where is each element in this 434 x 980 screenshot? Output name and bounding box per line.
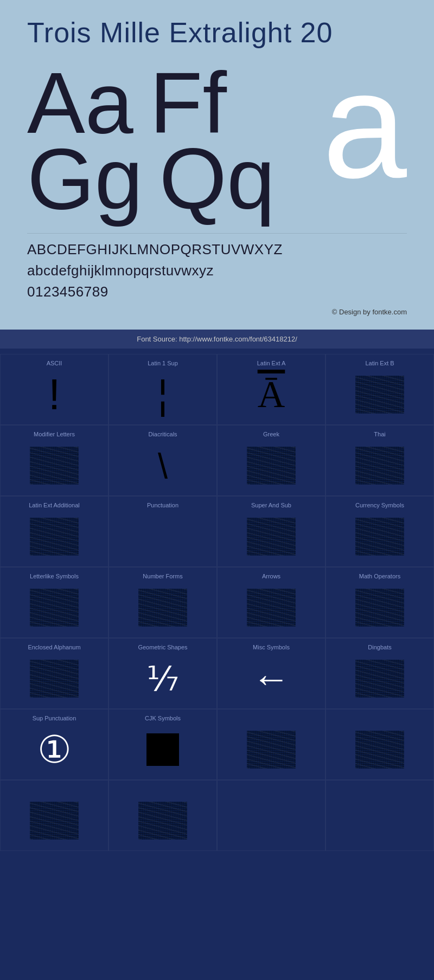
cell-enclosed: Enclosed Alphanum (0, 638, 108, 709)
cell-row6-4 (326, 709, 434, 780)
dense-grid-icon (355, 376, 404, 414)
glyph-row6-3 (220, 728, 322, 771)
glyph-greek (220, 444, 322, 487)
glyph-geometric: ⅐ (112, 657, 214, 700)
cell-super-sub: Super And Sub (217, 496, 326, 567)
glyph-misc-symbols: ← (220, 657, 322, 700)
diacrit-icon: ¦ (157, 371, 168, 418)
grid-row-5: Enclosed Alphanum Geometric Shapes ⅐ Mis… (0, 638, 434, 709)
alphabet-section: ABCDEFGHIJKLMNOPQRSTUVWXYZ abcdefghijklm… (27, 233, 407, 302)
cell-greek: Greek (217, 425, 326, 496)
dense-grid-icon (30, 518, 79, 556)
cell-latin-ext-a: Latin Ext A Ā (217, 354, 326, 425)
alphabet-upper: ABCDEFGHIJKLMNOPQRSTUVWXYZ (27, 239, 407, 260)
cell-modifier: Modifier Letters (0, 425, 108, 496)
cell-cjk: CJK Symbols (108, 709, 217, 780)
label-latin1sup: Latin 1 Sup (148, 360, 178, 369)
cell-geometric: Geometric Shapes ⅐ (108, 638, 217, 709)
cell-number-forms: Number Forms (108, 567, 217, 638)
digits: 0123456789 (27, 281, 407, 302)
font-source: Font Source: http://www.fontke.com/font/… (137, 335, 297, 343)
label-super-sub: Super And Sub (251, 502, 291, 511)
label-misc-symbols: Misc Symbols (253, 644, 290, 653)
cell-row7-3 (217, 780, 326, 851)
letter-gg: Gg (27, 136, 143, 222)
black-square-icon (146, 733, 179, 766)
glyph-super-sub (220, 515, 322, 558)
info-bar: Font Source: http://www.fontke.com/font/… (0, 330, 434, 349)
dense-grid-icon (355, 518, 404, 556)
label-sup-punct: Sup Punctuation (33, 715, 76, 724)
alphabet-lower: abcdefghijklmnopqrstuvwxyz (27, 260, 407, 281)
watermark: © Design by fontke.com (27, 308, 407, 319)
cell-arrows: Arrows (217, 567, 326, 638)
cell-row6-3 (217, 709, 326, 780)
glyph-diacriticals: \ (112, 444, 214, 487)
glyph-arrows (220, 586, 322, 629)
label-dingbats: Dingbats (368, 644, 391, 653)
label-enclosed: Enclosed Alphanum (28, 644, 80, 653)
dense-grid-icon (355, 731, 404, 769)
dense-grid-icon (355, 589, 404, 627)
cell-latin1sup: Latin 1 Sup ¦ (108, 354, 217, 425)
glyph-math-operators (329, 586, 431, 629)
cell-thai: Thai (326, 425, 434, 496)
label-number-forms: Number Forms (143, 573, 182, 582)
glyph-latin1sup: ¦ (112, 373, 214, 416)
latin-a-icon: Ā (258, 373, 285, 416)
arrow-icon: ← (252, 657, 290, 700)
glyph-dingbats (329, 657, 431, 700)
grid-row-6: Sup Punctuation ① CJK Symbols (0, 709, 434, 780)
letter-a-large: a (322, 49, 407, 201)
label-currency: Currency Symbols (355, 502, 404, 511)
label-latin-ext-add: Latin Ext Additional (29, 502, 80, 511)
dense-grid-icon (247, 731, 296, 769)
cell-diacriticals: Diacriticals \ (108, 425, 217, 496)
label-thai: Thai (374, 431, 385, 440)
letter-qq: Qq (159, 136, 275, 222)
label-letterlike: Letterlike Symbols (30, 573, 79, 582)
grid-row-2: Modifier Letters Diacriticals \ Greek Th… (0, 425, 434, 496)
fraction-icon: ⅐ (146, 659, 179, 699)
glyph-ascii: ! (3, 373, 105, 416)
glyph-row7-2 (112, 799, 214, 842)
grid-row-7 (0, 780, 434, 851)
cell-row7-4 (326, 780, 434, 851)
circled-one-icon: ① (37, 727, 72, 772)
dense-grid-icon (355, 660, 404, 698)
cell-row7-1 (0, 780, 108, 851)
label-cjk: CJK Symbols (145, 715, 181, 724)
glyph-row6-4 (329, 728, 431, 771)
dense-grid-icon (247, 518, 296, 556)
label-geometric: Geometric Shapes (138, 644, 187, 653)
cell-dingbats: Dingbats (326, 638, 434, 709)
glyph-thai (329, 444, 431, 487)
label-diacriticals: Diacriticals (148, 431, 177, 440)
label-latin-ext-a: Latin Ext A (257, 360, 286, 369)
pipe-icon: ! (48, 373, 60, 416)
cell-row7-2 (108, 780, 217, 851)
cell-math-operators: Math Operators (326, 567, 434, 638)
dense-grid-icon (30, 447, 79, 485)
glyph-number-forms (112, 586, 214, 629)
dense-grid-icon (355, 447, 404, 485)
label-latin-ext-b: Latin Ext B (365, 360, 394, 369)
label-modifier: Modifier Letters (34, 431, 75, 440)
cell-punctuation: Punctuation (108, 496, 217, 567)
dense-grid-icon (247, 447, 296, 485)
cell-latin-ext-b: Latin Ext B (326, 354, 434, 425)
glyph-latin-ext-b (329, 373, 431, 416)
glyph-punctuation (112, 515, 214, 558)
label-greek: Greek (263, 431, 279, 440)
backslash-icon: \ (158, 446, 168, 486)
preview-section: Trois Mille Extralight 20 Aa Ff Gg Qq a … (0, 0, 434, 330)
dense-grid-icon (138, 802, 187, 840)
dense-grid-icon (138, 589, 187, 627)
glyph-cjk (112, 728, 214, 771)
glyph-row7-1 (3, 799, 105, 842)
label-arrows: Arrows (262, 573, 280, 582)
cell-currency: Currency Symbols (326, 496, 434, 567)
glyph-latin-ext-a: Ā (220, 373, 322, 416)
cell-sup-punct: Sup Punctuation ① (0, 709, 108, 780)
glyph-sup-punct: ① (3, 728, 105, 771)
